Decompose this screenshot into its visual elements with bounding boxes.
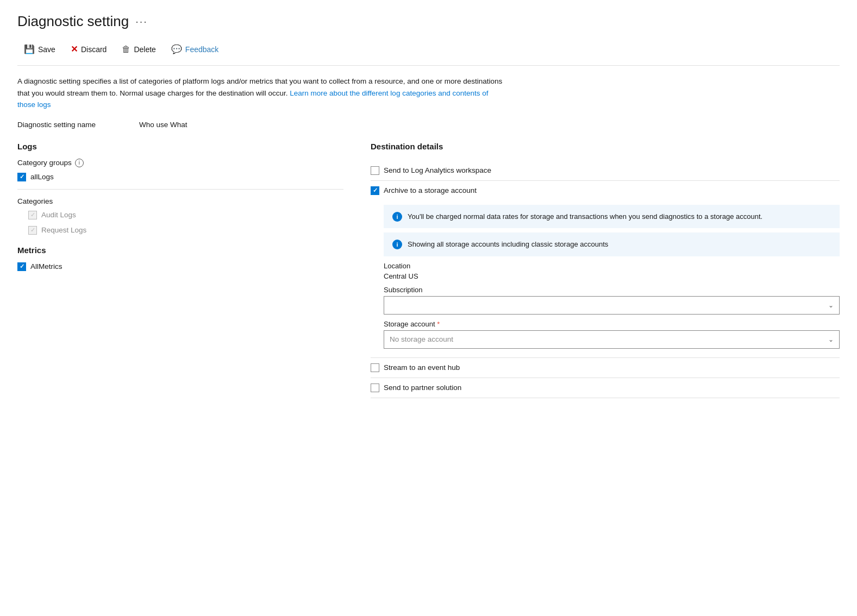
toolbar: 💾 Save ✕ Discard 🗑 Delete 💬 Feedback xyxy=(17,41,840,66)
subscription-dropdown[interactable]: ⌄ xyxy=(384,296,840,315)
archive-section: i You'll be charged normal data rates fo… xyxy=(371,205,840,349)
storage-account-required: * xyxy=(437,320,440,328)
archive-storage-label: Archive to a storage account xyxy=(384,186,477,194)
request-logs-checkbox xyxy=(28,226,37,235)
ellipsis-menu[interactable]: ··· xyxy=(135,15,148,28)
logs-divider xyxy=(17,189,343,190)
feedback-button[interactable]: 💬 Feedback xyxy=(165,41,225,58)
info-box-2: i Showing all storage accounts including… xyxy=(384,232,840,256)
storage-account-placeholder: No storage account xyxy=(390,335,453,343)
partner-solution-checkbox[interactable] xyxy=(371,384,379,392)
event-hub-label: Stream to an event hub xyxy=(384,363,460,372)
archive-storage-checkbox[interactable] xyxy=(371,186,379,195)
audit-logs-row: Audit Logs xyxy=(28,211,343,219)
metrics-section: Metrics AllMetrics xyxy=(17,246,343,271)
stream-to-event-hub-row: Stream to an event hub xyxy=(371,358,840,378)
metrics-section-title: Metrics xyxy=(17,246,343,255)
allLogs-row: allLogs xyxy=(17,173,343,181)
audit-logs-label: Audit Logs xyxy=(41,211,76,219)
allMetrics-label: AllMetrics xyxy=(30,262,62,271)
info-icon-2: i xyxy=(392,240,402,249)
request-logs-label: Request Logs xyxy=(41,226,86,234)
categories-label: Categories xyxy=(17,197,343,205)
categories-section: Categories Audit Logs Request Logs xyxy=(17,197,343,235)
page-title-row: Diagnostic setting ··· xyxy=(17,13,840,30)
request-logs-row: Request Logs xyxy=(28,226,343,235)
discard-button[interactable]: ✕ Discard xyxy=(64,41,113,58)
discard-icon: ✕ xyxy=(71,44,78,54)
audit-logs-checkbox xyxy=(28,211,37,219)
log-analytics-label: Send to Log Analytics workspace xyxy=(384,166,491,174)
setting-name-row: Diagnostic setting name Who use What xyxy=(17,121,840,129)
category-groups-info-icon[interactable]: i xyxy=(75,159,84,167)
main-layout: Logs Category groups i allLogs Categorie… xyxy=(17,142,840,398)
info-box-1: i You'll be charged normal data rates fo… xyxy=(384,205,840,229)
event-hub-checkbox[interactable] xyxy=(371,363,379,372)
allMetrics-checkbox[interactable] xyxy=(17,262,26,271)
delete-button[interactable]: 🗑 Delete xyxy=(115,41,162,58)
location-label: Location xyxy=(384,262,840,270)
save-icon: 💾 xyxy=(24,44,35,54)
log-analytics-checkbox[interactable] xyxy=(371,166,379,175)
send-to-partner-row: Send to partner solution xyxy=(371,378,840,398)
logs-section-title: Logs xyxy=(17,142,343,151)
logs-section: Logs Category groups i allLogs Categorie… xyxy=(17,142,343,235)
right-panel: Destination details Send to Log Analytic… xyxy=(365,142,840,398)
partner-solution-label: Send to partner solution xyxy=(384,384,461,392)
delete-icon: 🗑 xyxy=(122,45,130,54)
allMetrics-row: AllMetrics xyxy=(17,262,343,271)
category-groups-label: Category groups i xyxy=(17,159,343,167)
setting-name-value: Who use What xyxy=(139,121,187,129)
subscription-label: Subscription xyxy=(384,286,840,294)
subscription-chevron-icon: ⌄ xyxy=(828,301,834,309)
save-button[interactable]: 💾 Save xyxy=(17,41,62,58)
storage-account-label: Storage account * xyxy=(384,320,840,328)
storage-account-chevron-icon: ⌄ xyxy=(828,336,834,343)
send-to-log-analytics-row: Send to Log Analytics workspace xyxy=(371,161,840,180)
location-value: Central US xyxy=(384,272,840,280)
storage-account-dropdown[interactable]: No storage account ⌄ xyxy=(384,330,840,349)
setting-name-label: Diagnostic setting name xyxy=(17,121,96,129)
left-panel: Logs Category groups i allLogs Categorie… xyxy=(17,142,365,398)
info-icon-1: i xyxy=(392,212,402,222)
allLogs-checkbox[interactable] xyxy=(17,173,26,181)
destination-title: Destination details xyxy=(371,142,840,151)
dest-divider-4 xyxy=(371,398,840,398)
page-title: Diagnostic setting xyxy=(17,13,129,30)
description-block: A diagnostic setting specifies a list of… xyxy=(17,76,506,111)
feedback-icon: 💬 xyxy=(171,44,182,54)
archive-to-storage-row: Archive to a storage account xyxy=(371,181,840,200)
allLogs-label: allLogs xyxy=(30,173,54,181)
